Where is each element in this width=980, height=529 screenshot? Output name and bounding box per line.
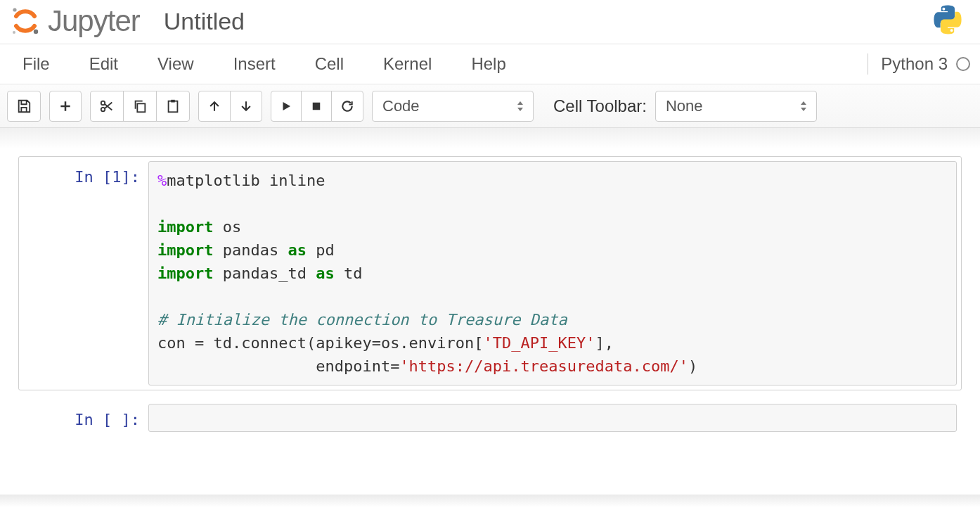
toolbar: Code Cell Toolbar: None bbox=[0, 84, 980, 128]
menu-cell[interactable]: Cell bbox=[295, 46, 363, 82]
plus-icon bbox=[58, 99, 72, 113]
play-icon bbox=[280, 100, 292, 113]
move-down-button[interactable] bbox=[230, 91, 262, 122]
kernel-indicator: Python 3 bbox=[868, 53, 970, 75]
paste-icon bbox=[165, 98, 181, 114]
insert-cell-below-button[interactable] bbox=[49, 91, 82, 122]
header: Jupyter Untitled bbox=[0, 0, 980, 44]
svg-rect-7 bbox=[171, 99, 175, 102]
notebook-area: In [1]: %matplotlib inline import os imp… bbox=[0, 128, 980, 473]
menu-kernel[interactable]: Kernel bbox=[363, 46, 451, 82]
code-input[interactable]: %matplotlib inline import os import pand… bbox=[148, 161, 957, 385]
menu-insert[interactable]: Insert bbox=[214, 46, 295, 82]
code-input[interactable] bbox=[148, 404, 957, 432]
jupyter-brand-text: Jupyter bbox=[48, 4, 140, 38]
copy-icon bbox=[132, 98, 148, 114]
kernel-name: Python 3 bbox=[881, 54, 948, 74]
menu-bar: File Edit View Insert Cell Kernel Help P… bbox=[0, 44, 980, 84]
refresh-icon bbox=[340, 99, 354, 113]
kernel-logo-container bbox=[932, 4, 970, 38]
svg-point-1 bbox=[34, 30, 38, 34]
restart-button[interactable] bbox=[331, 91, 363, 122]
python-icon bbox=[932, 4, 963, 35]
notebook-title[interactable]: Untitled bbox=[164, 8, 245, 35]
arrow-up-icon bbox=[207, 99, 221, 113]
paste-button[interactable] bbox=[156, 91, 190, 122]
menu-file[interactable]: File bbox=[10, 46, 70, 82]
cell-toolbar-select[interactable]: None bbox=[655, 91, 817, 122]
code-cell[interactable]: In [1]: %matplotlib inline import os imp… bbox=[18, 156, 962, 390]
bottom-shadow bbox=[0, 495, 980, 507]
arrow-down-icon bbox=[239, 99, 253, 113]
jupyter-icon bbox=[10, 6, 41, 37]
save-icon bbox=[16, 98, 32, 114]
svg-rect-6 bbox=[169, 101, 178, 112]
kernel-idle-icon bbox=[956, 57, 970, 71]
move-up-button[interactable] bbox=[198, 91, 231, 122]
cut-button[interactable] bbox=[90, 91, 124, 122]
copy-button[interactable] bbox=[123, 91, 157, 122]
svg-point-2 bbox=[13, 31, 15, 34]
interrupt-button[interactable] bbox=[301, 91, 332, 122]
jupyter-logo[interactable]: Jupyter bbox=[10, 4, 140, 38]
menu-edit[interactable]: Edit bbox=[70, 46, 138, 82]
run-button[interactable] bbox=[271, 91, 302, 122]
scissors-icon bbox=[99, 98, 115, 114]
cell-prompt: In [1]: bbox=[23, 161, 148, 385]
svg-rect-5 bbox=[137, 103, 145, 112]
save-button[interactable] bbox=[7, 91, 41, 122]
svg-rect-8 bbox=[313, 102, 321, 110]
menu-view[interactable]: View bbox=[138, 46, 214, 82]
svg-point-0 bbox=[13, 8, 16, 11]
code-cell[interactable]: In [ ]: bbox=[18, 399, 962, 437]
cell-type-select[interactable]: Code bbox=[372, 91, 534, 122]
cell-prompt: In [ ]: bbox=[23, 404, 148, 432]
cell-toolbar-label: Cell Toolbar: bbox=[553, 96, 647, 116]
stop-icon bbox=[310, 100, 323, 113]
menu-help[interactable]: Help bbox=[451, 46, 525, 82]
